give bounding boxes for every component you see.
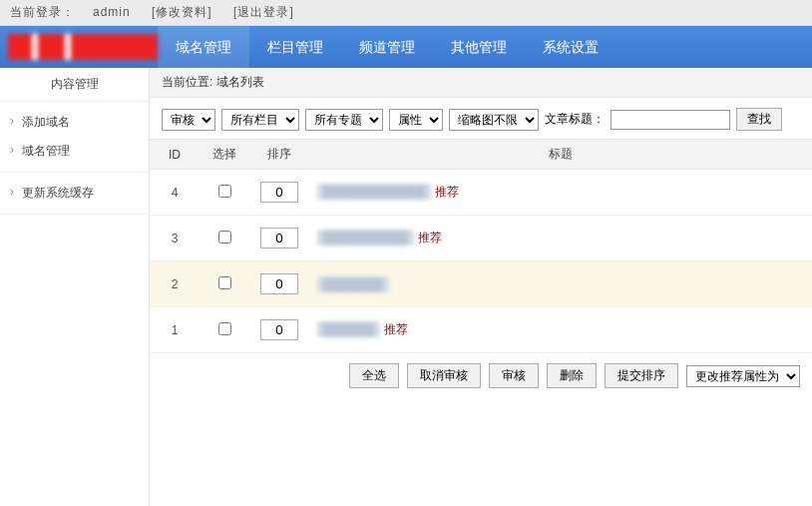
sidebar-add-domain[interactable]: 添加域名	[0, 108, 149, 137]
sort-input[interactable]	[260, 319, 298, 340]
select-all-button[interactable]: 全选	[349, 363, 399, 388]
filter-title-input[interactable]	[610, 110, 730, 130]
edit-profile-link[interactable]: [修改资料]	[152, 5, 212, 19]
sort-input[interactable]	[260, 228, 298, 249]
domain-table: ID 选择 排序 标题 4████████████推荐3██████████推荐…	[150, 139, 812, 353]
row-title[interactable]: ███████	[317, 276, 389, 292]
login-user: admin	[93, 5, 131, 19]
row-checkbox[interactable]	[218, 276, 231, 289]
nav-other[interactable]: 其他管理	[433, 26, 525, 68]
recommend-badge: 推荐	[418, 231, 442, 245]
sidebar-group-2: 更新系统缓存	[0, 173, 149, 215]
cancel-audit-button[interactable]: 取消审核	[407, 363, 481, 388]
cell-id: 1	[150, 307, 200, 353]
nav-system[interactable]: 系统设置	[525, 26, 616, 68]
row-title[interactable]: ██████	[317, 321, 380, 337]
search-button[interactable]: 查找	[736, 108, 782, 131]
filter-attr[interactable]: 属性	[389, 109, 443, 131]
cell-id: 4	[150, 170, 200, 216]
logo	[8, 34, 158, 60]
nav-domain[interactable]: 域名管理	[158, 26, 249, 68]
row-checkbox[interactable]	[218, 231, 231, 244]
recommend-badge: 推荐	[384, 322, 408, 336]
filter-thumb[interactable]: 缩略图不限	[449, 109, 539, 131]
nav-column[interactable]: 栏目管理	[249, 26, 341, 68]
actions-bar: 全选 取消审核 审核 删除 提交排序 更改推荐属性为	[150, 353, 812, 398]
cell-id: 2	[150, 261, 200, 307]
filter-topic[interactable]: 所有专题	[305, 109, 383, 131]
table-row: 1██████推荐	[150, 307, 812, 353]
breadcrumb: 当前位置: 域名列表	[150, 68, 812, 98]
table-row: 3██████████推荐	[150, 216, 812, 261]
audit-button[interactable]: 审核	[489, 363, 539, 388]
recommend-badge: 推荐	[435, 185, 459, 199]
th-id: ID	[150, 140, 200, 170]
filter-title-label: 文章标题：	[545, 111, 605, 128]
row-checkbox[interactable]	[218, 185, 231, 198]
th-title: 标题	[309, 140, 812, 170]
sidebar-domain-mgmt[interactable]: 域名管理	[0, 137, 149, 166]
table-row: 2███████	[150, 261, 812, 307]
change-recommend-select[interactable]: 更改推荐属性为	[686, 365, 800, 387]
sidebar-group-1: 添加域名 域名管理	[0, 102, 149, 173]
sort-input[interactable]	[260, 273, 298, 294]
topbar: 当前登录：admin [修改资料] [退出登录]	[0, 0, 812, 26]
cell-id: 3	[150, 216, 200, 261]
logout-link[interactable]: [退出登录]	[233, 5, 294, 19]
filter-audit[interactable]: 审核	[162, 109, 215, 131]
row-checkbox[interactable]	[218, 322, 231, 335]
main-panel: 当前位置: 域名列表 审核 所有栏目 所有专题 属性 缩略图不限 文章标题： 查…	[150, 68, 812, 506]
main-nav: 域名管理 栏目管理 频道管理 其他管理 系统设置	[158, 26, 616, 68]
login-prefix: 当前登录：	[10, 5, 75, 19]
sidebar-title: 内容管理	[0, 68, 149, 102]
header: 域名管理 栏目管理 频道管理 其他管理 系统设置	[0, 26, 812, 68]
th-sort: 排序	[249, 140, 309, 170]
row-title[interactable]: ████████████	[317, 184, 431, 200]
table-row: 4████████████推荐	[150, 170, 812, 216]
row-title[interactable]: ██████████	[317, 230, 414, 246]
filter-bar: 审核 所有栏目 所有专题 属性 缩略图不限 文章标题： 查找	[150, 98, 812, 139]
submit-sort-button[interactable]: 提交排序	[605, 363, 678, 388]
nav-channel[interactable]: 频道管理	[341, 26, 433, 68]
filter-column[interactable]: 所有栏目	[221, 109, 299, 131]
delete-button[interactable]: 删除	[547, 363, 597, 388]
sidebar: 内容管理 添加域名 域名管理 更新系统缓存	[0, 68, 150, 506]
sort-input[interactable]	[260, 182, 298, 203]
th-select: 选择	[200, 140, 249, 170]
sidebar-refresh-cache[interactable]: 更新系统缓存	[0, 179, 149, 208]
